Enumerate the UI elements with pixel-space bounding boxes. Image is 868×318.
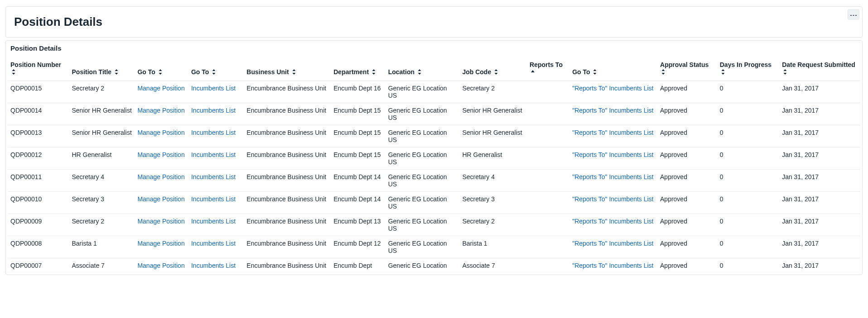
column-header-goto2[interactable]: Go To	[188, 57, 244, 81]
column-header-position_title[interactable]: Position Title	[69, 57, 135, 81]
reports-to-incumbents-link[interactable]: "Reports To" Incumbents List	[572, 85, 653, 92]
manage-position-link[interactable]: Manage Position	[137, 107, 184, 114]
cell-job-code: Senior HR Generalist	[459, 103, 527, 125]
cell-department: Encumb Dept 14	[331, 170, 385, 192]
cell-department: Encumb Dept 13	[331, 214, 385, 236]
cell-position-title: Senior HR Generalist	[69, 125, 135, 147]
cell-position-number: QDP00010	[8, 192, 69, 214]
incumbents-list-link-cell: Incumbents List	[188, 103, 244, 125]
cell-location: Generic EG Location US	[386, 192, 460, 214]
incumbents-list-link[interactable]: Incumbents List	[191, 262, 236, 269]
cell-position-title: Associate 7	[69, 258, 135, 273]
cell-location: Generic EG Location US	[386, 214, 460, 236]
cell-position-number: QDP00012	[8, 147, 69, 170]
manage-position-link[interactable]: Manage Position	[137, 218, 184, 225]
incumbents-list-link[interactable]: Incumbents List	[191, 129, 236, 136]
incumbents-list-link-cell: Incumbents List	[188, 170, 244, 192]
cell-business-unit: Encumbrance Business Unit	[244, 192, 331, 214]
cell-date-submitted: Jan 31, 2017	[779, 258, 860, 273]
cell-date-submitted: Jan 31, 2017	[779, 236, 860, 258]
column-header-goto1[interactable]: Go To	[135, 57, 188, 81]
column-header-position_number[interactable]: Position Number	[8, 57, 69, 81]
sort-both-icon	[114, 69, 119, 76]
column-header-label: Go To	[137, 68, 155, 76]
cell-reports-to	[527, 236, 569, 258]
cell-days-in-progress: 0	[717, 236, 779, 258]
cell-business-unit: Encumbrance Business Unit	[244, 236, 331, 258]
incumbents-list-link[interactable]: Incumbents List	[191, 85, 236, 92]
incumbents-list-link[interactable]: Incumbents List	[191, 107, 236, 114]
cell-job-code: Associate 7	[459, 258, 527, 273]
table-row: QDP00015Secretary 2Manage PositionIncumb…	[8, 81, 860, 103]
incumbents-list-link[interactable]: Incumbents List	[191, 240, 236, 247]
reports-to-incumbents-link[interactable]: "Reports To" Incumbents List	[572, 218, 653, 225]
reports-to-incumbents-link[interactable]: "Reports To" Incumbents List	[572, 195, 653, 203]
table-row: QDP00008Barista 1Manage PositionIncumben…	[8, 236, 860, 258]
manage-position-link[interactable]: Manage Position	[137, 85, 184, 92]
reports-to-incumbents-link[interactable]: "Reports To" Incumbents List	[572, 151, 653, 158]
manage-position-link[interactable]: Manage Position	[137, 129, 184, 136]
cell-days-in-progress: 0	[717, 192, 779, 214]
column-header-business_unit[interactable]: Business Unit	[244, 57, 331, 81]
manage-position-link-cell: Manage Position	[135, 125, 188, 147]
page-title: Position Details	[14, 15, 854, 29]
incumbents-list-link[interactable]: Incumbents List	[191, 195, 236, 203]
column-header-label: Go To	[191, 68, 209, 76]
column-header-location[interactable]: Location	[386, 57, 460, 81]
sort-asc-icon	[530, 69, 535, 76]
column-header-reports_to[interactable]: Reports To	[527, 57, 569, 81]
cell-job-code: Secretary 4	[459, 170, 527, 192]
sort-both-icon	[593, 69, 597, 76]
cell-location: Generic EG Location US	[386, 147, 460, 170]
cell-position-number: QDP00013	[8, 125, 69, 147]
manage-position-link[interactable]: Manage Position	[137, 240, 184, 247]
incumbents-list-link[interactable]: Incumbents List	[191, 218, 236, 225]
grid-title: Position Details	[6, 41, 862, 57]
cell-reports-to	[527, 192, 569, 214]
cell-position-number: QDP00011	[8, 170, 69, 192]
incumbents-list-link-cell: Incumbents List	[188, 125, 244, 147]
cell-job-code: Secretary 2	[459, 81, 527, 103]
reports-to-incumbents-link[interactable]: "Reports To" Incumbents List	[572, 240, 653, 247]
cell-position-number: QDP00014	[8, 103, 69, 125]
cell-department: Encumb Dept	[331, 258, 385, 273]
manage-position-link-cell: Manage Position	[135, 103, 188, 125]
incumbents-list-link[interactable]: Incumbents List	[191, 151, 236, 158]
manage-position-link-cell: Manage Position	[135, 81, 188, 103]
cell-position-number: QDP00009	[8, 214, 69, 236]
cell-job-code: Senior HR Generalist	[459, 125, 527, 147]
incumbents-list-link[interactable]: Incumbents List	[191, 173, 236, 180]
cell-date-submitted: Jan 31, 2017	[779, 103, 860, 125]
cell-approval-status: Approved	[657, 170, 717, 192]
cell-position-title: Secretary 2	[69, 81, 135, 103]
cell-business-unit: Encumbrance Business Unit	[244, 81, 331, 103]
column-header-job_code[interactable]: Job Code	[459, 57, 527, 81]
column-header-label: Reports To	[530, 61, 563, 68]
reports-to-incumbents-link[interactable]: "Reports To" Incumbents List	[572, 173, 653, 180]
cell-date-submitted: Jan 31, 2017	[779, 170, 860, 192]
manage-position-link[interactable]: Manage Position	[137, 173, 184, 180]
column-header-approval_status[interactable]: Approval Status	[657, 57, 717, 81]
reports-to-incumbents-link[interactable]: "Reports To" Incumbents List	[572, 129, 653, 136]
cell-reports-to	[527, 81, 569, 103]
cell-business-unit: Encumbrance Business Unit	[244, 125, 331, 147]
manage-position-link[interactable]: Manage Position	[137, 262, 184, 269]
column-header-label: Department	[333, 68, 369, 76]
column-header-date_submitted[interactable]: Date Request Submitted	[779, 57, 860, 81]
sort-both-icon	[212, 69, 216, 76]
manage-position-link[interactable]: Manage Position	[137, 195, 184, 203]
reports-to-incumbents-link-cell: "Reports To" Incumbents List	[569, 81, 657, 103]
cell-reports-to	[527, 147, 569, 170]
column-header-department[interactable]: Department	[331, 57, 385, 81]
reports-to-incumbents-link[interactable]: "Reports To" Incumbents List	[572, 107, 653, 114]
incumbents-list-link-cell: Incumbents List	[188, 192, 244, 214]
reports-to-incumbents-link-cell: "Reports To" Incumbents List	[569, 147, 657, 170]
cell-location: Generic EG Location	[386, 258, 460, 273]
column-header-goto3[interactable]: Go To	[569, 57, 657, 81]
manage-position-link[interactable]: Manage Position	[137, 151, 184, 158]
cell-approval-status: Approved	[657, 125, 717, 147]
column-header-days_in_progress[interactable]: Days In Progress	[717, 57, 779, 81]
reports-to-incumbents-link[interactable]: "Reports To" Incumbents List	[572, 262, 653, 269]
manage-position-link-cell: Manage Position	[135, 214, 188, 236]
card-actions-button[interactable]	[848, 9, 859, 19]
